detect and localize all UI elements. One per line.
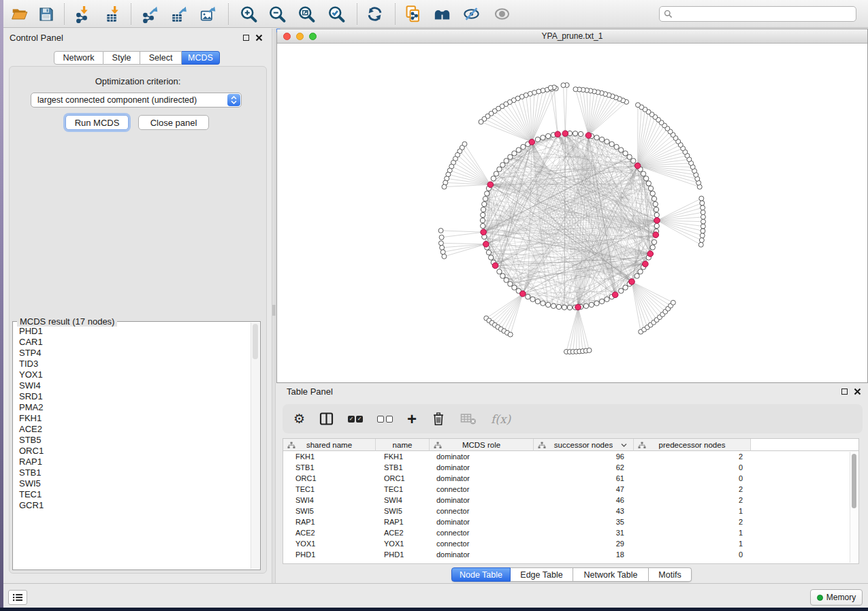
- tab-select[interactable]: Select: [140, 51, 182, 65]
- column-header-filler: [751, 439, 858, 451]
- zoom-in-icon[interactable]: [237, 3, 260, 25]
- float-panel-icon[interactable]: [243, 35, 249, 41]
- table-settings-icon[interactable]: ⚙: [293, 410, 305, 428]
- table-row[interactable]: FKH1FKH1dominator962: [283, 451, 858, 462]
- float-table-panel-icon[interactable]: [841, 389, 848, 395]
- tab-edge-table[interactable]: Edge Table: [511, 567, 573, 582]
- column-header-successor-nodes[interactable]: successor nodes: [534, 439, 634, 451]
- tab-mcds[interactable]: MCDS: [182, 51, 220, 65]
- table-row[interactable]: SWI4SWI4dominator462: [283, 495, 858, 506]
- new-network-from-selection-icon[interactable]: [401, 3, 424, 25]
- table-scrollbar[interactable]: [850, 452, 858, 563]
- mcds-result-item[interactable]: YOX1: [19, 369, 251, 380]
- mcds-result-item[interactable]: CAR1: [19, 337, 251, 348]
- table-row[interactable]: ACE2ACE2connector311: [283, 527, 858, 538]
- mcds-result-item[interactable]: PMA2: [19, 402, 251, 413]
- mcds-result-item[interactable]: ACE2: [19, 424, 251, 435]
- select-all-columns-icon[interactable]: ✓✓: [348, 410, 363, 428]
- export-network-icon[interactable]: [139, 3, 162, 25]
- table-row[interactable]: YOX1YOX1connector291: [283, 538, 858, 549]
- zoom-selected-icon[interactable]: [325, 3, 348, 25]
- column-header-shared-name[interactable]: shared name: [283, 439, 376, 451]
- zoom-fit-icon[interactable]: [295, 3, 318, 25]
- show-panels-button[interactable]: [8, 590, 27, 605]
- table-row[interactable]: ORC1ORC1dominator610: [283, 473, 858, 484]
- first-neighbors-icon[interactable]: [430, 3, 453, 25]
- export-table-icon[interactable]: [167, 3, 191, 25]
- show-all-icon[interactable]: [490, 3, 513, 25]
- table-cell: 2: [634, 516, 751, 527]
- mcds-result-item[interactable]: SWI4: [19, 380, 251, 391]
- add-column-icon[interactable]: +: [407, 410, 417, 428]
- network-canvas[interactable]: [277, 44, 867, 382]
- mcds-result-item[interactable]: PHD1: [19, 326, 251, 337]
- hide-selected-icon[interactable]: [460, 3, 483, 25]
- search-input[interactable]: [675, 10, 852, 19]
- close-panel-icon[interactable]: [255, 34, 263, 42]
- mcds-result-item[interactable]: GCR1: [19, 500, 251, 511]
- mcds-result-item[interactable]: TID3: [19, 359, 251, 369]
- mcds-result-item[interactable]: ORC1: [19, 446, 251, 457]
- table-row[interactable]: STB1STB1dominator620: [283, 462, 858, 473]
- close-panel-button[interactable]: Close panel: [138, 115, 209, 130]
- table-cell: 43: [534, 506, 634, 516]
- table-row[interactable]: TEC1TEC1connector472: [283, 484, 858, 495]
- column-header-name[interactable]: name: [376, 439, 430, 451]
- optimization-criterion-dropdown[interactable]: largest connected component (undirected): [31, 93, 242, 108]
- mcds-result-list[interactable]: PHD1CAR1STP4TID3YOX1SWI4SRD1PMA2FKH1ACE2…: [14, 323, 251, 569]
- table-row[interactable]: SWI5SWI5connector431: [283, 506, 858, 516]
- mcds-result-item[interactable]: SRD1: [19, 391, 251, 402]
- search-field[interactable]: [659, 6, 856, 22]
- divider-grip[interactable]: [272, 305, 276, 316]
- main-toolbar: [3, 0, 868, 28]
- mcds-result-item[interactable]: STB5: [19, 435, 251, 446]
- panel-split-divider[interactable]: [272, 29, 276, 583]
- column-label: shared name: [306, 441, 352, 449]
- dropdown-stepper-icon: [227, 94, 240, 106]
- table-scrollbar-thumb[interactable]: [852, 454, 856, 508]
- export-image-icon[interactable]: [197, 3, 220, 25]
- column-label: MCDS role: [462, 441, 500, 449]
- mcds-result-item[interactable]: TEC1: [19, 489, 251, 500]
- mcds-result-item[interactable]: SWI5: [19, 478, 251, 489]
- import-table-icon[interactable]: [102, 3, 125, 25]
- open-session-icon[interactable]: [8, 3, 31, 25]
- table-cell: dominator: [430, 451, 534, 462]
- close-table-panel-icon[interactable]: [854, 388, 861, 395]
- mcds-list-scrollbar[interactable]: [251, 323, 259, 569]
- mcds-result-item[interactable]: STP4: [19, 348, 251, 359]
- network-frame-titlebar[interactable]: YPA_prune.txt_1: [277, 29, 867, 44]
- close-window-icon[interactable]: [283, 33, 291, 40]
- zoom-out-icon[interactable]: [266, 3, 289, 25]
- import-network-icon[interactable]: [72, 3, 95, 25]
- memory-label: Memory: [826, 593, 856, 602]
- tab-style[interactable]: Style: [103, 51, 140, 65]
- minimize-window-icon[interactable]: [296, 33, 304, 40]
- tab-network[interactable]: Network: [54, 51, 103, 65]
- maximize-window-icon[interactable]: [309, 33, 317, 40]
- delete-column-icon[interactable]: [431, 410, 446, 428]
- table-row[interactable]: RAP1RAP1dominator352: [283, 516, 858, 527]
- table-cell: dominator: [430, 462, 534, 473]
- mcds-result-item[interactable]: STB1: [19, 467, 251, 478]
- control-panel-tab-bar: Network Style Select MCDS: [54, 51, 220, 65]
- tab-node-table[interactable]: Node Table: [451, 567, 511, 582]
- run-mcds-button[interactable]: Run MCDS: [65, 115, 129, 130]
- column-header-predecessor-nodes[interactable]: predecessor nodes: [634, 439, 751, 451]
- save-session-icon[interactable]: [35, 3, 58, 25]
- table-cell: connector: [430, 538, 534, 549]
- memory-button[interactable]: Memory: [810, 589, 863, 606]
- table-panel-title: Table Panel: [287, 386, 333, 397]
- refresh-layout-icon[interactable]: [363, 3, 386, 25]
- table-cell: dominator: [430, 549, 534, 560]
- column-selector-icon[interactable]: [319, 410, 334, 428]
- column-header-mcds-role[interactable]: MCDS role: [430, 439, 534, 451]
- mcds-result-item[interactable]: RAP1: [19, 457, 251, 467]
- tab-network-table[interactable]: Network Table: [573, 567, 649, 582]
- table-cell: YOX1: [283, 538, 376, 549]
- mcds-result-item[interactable]: FKH1: [19, 413, 251, 424]
- deselect-all-columns-icon[interactable]: [377, 410, 393, 428]
- table-cell: PHD1: [283, 549, 376, 560]
- table-row[interactable]: PHD1PHD1dominator180: [283, 549, 858, 560]
- tab-motifs[interactable]: Motifs: [649, 567, 692, 582]
